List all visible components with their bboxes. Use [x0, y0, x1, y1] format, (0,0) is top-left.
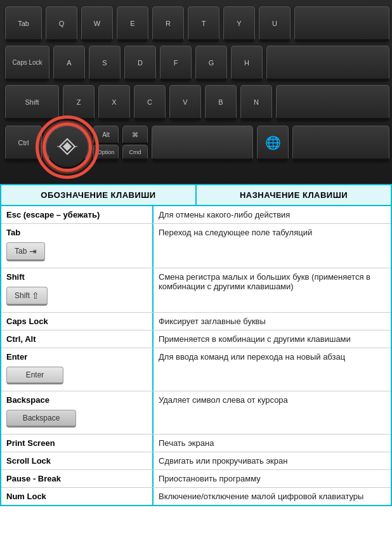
- table-row: Caps Lock Фиксирует заглавные буквы: [1, 313, 391, 330]
- key-name-cell: Print Screen: [1, 435, 154, 452]
- key-tab: Tab: [5, 6, 42, 41]
- key-desc-cell: Применяется в комбинации с другими клави…: [154, 330, 391, 348]
- key-y: Y: [223, 6, 255, 41]
- key-right-row4: [292, 126, 389, 160]
- key-space: [152, 126, 253, 160]
- backspace-key-image: Backspace: [6, 410, 76, 428]
- table-row: Ctrl, Alt Применяется в комбинации с дру…: [1, 330, 391, 348]
- key-desc-cell: Включение/отключение малой цифровой клав…: [154, 488, 391, 505]
- key-name-cell: Backspace Backspace: [1, 391, 154, 434]
- table-row: Enter Enter Для ввода команд или переход…: [1, 348, 391, 391]
- key-desc-cell: Для отмены какого-либо действия: [154, 206, 391, 223]
- key-right-row2: [266, 46, 389, 81]
- key-name-cell: Shift Shift ⇧: [1, 268, 154, 312]
- key-z: Z: [63, 85, 95, 120]
- key-b: B: [205, 85, 237, 120]
- key-x: X: [98, 85, 130, 120]
- header-key-name: ОБОЗНАЧЕНИЕ КЛАВИШИ: [1, 185, 197, 205]
- tab-key-image: Tab ⇥: [6, 242, 45, 261]
- table-row: Pause - Break Приостановить программу: [1, 470, 391, 488]
- key-ctrl: Ctrl: [5, 126, 42, 160]
- key-right-row1: [294, 6, 389, 41]
- key-name-cell: Esc (escape – убежать): [1, 206, 154, 223]
- key-c: C: [134, 85, 166, 120]
- header-key-purpose: НАЗНАЧЕНИЕ КЛАВИШИ: [197, 185, 391, 205]
- key-name-cell: Enter Enter: [1, 348, 154, 391]
- key-opt-label: Option: [93, 145, 119, 160]
- table-row: Esc (escape – убежать) Для отмены какого…: [1, 206, 391, 224]
- key-alt: Alt: [93, 126, 119, 145]
- table-header: ОБОЗНАЧЕНИЕ КЛАВИШИ НАЗНАЧЕНИЕ КЛАВИШИ: [1, 185, 391, 206]
- table-row: Scroll Lock Сдвигать или прокручивать эк…: [1, 452, 391, 470]
- key-name-cell: Num Lock: [1, 488, 154, 505]
- key-desc-cell: Переход на следующее поле табуляций: [154, 224, 391, 268]
- key-desc-cell: Смена регистра малых и больших букв (при…: [154, 268, 391, 312]
- key-w: W: [81, 6, 113, 41]
- key-d: D: [124, 46, 156, 81]
- key-cmd-symbol: ⌘: [122, 126, 148, 145]
- keyboard-reference-table: ОБОЗНАЧЕНИЕ КЛАВИШИ НАЗНАЧЕНИЕ КЛАВИШИ E…: [0, 184, 392, 506]
- table-row: Backspace Backspace Удаляет символ слева…: [1, 391, 391, 435]
- key-globe: 🌐: [257, 126, 289, 160]
- shift-key-image: Shift ⇧: [6, 287, 48, 306]
- table-row: Print Screen Печать экрана: [1, 435, 391, 452]
- key-desc-cell: Фиксирует заглавные буквы: [154, 313, 391, 330]
- key-caps-lock: Caps Lock: [5, 46, 49, 81]
- key-q: Q: [46, 6, 77, 41]
- key-e: E: [117, 6, 148, 41]
- key-r: R: [152, 6, 184, 41]
- key-name-cell: Pause - Break: [1, 470, 154, 487]
- key-f: F: [160, 46, 192, 81]
- key-name-cell: Scroll Lock: [1, 452, 154, 469]
- key-u: U: [259, 6, 291, 41]
- table-row: Shift Shift ⇧ Смена регистра малых и бол…: [1, 268, 391, 313]
- key-option-highlighted: [46, 126, 89, 169]
- option-key-icon: [57, 136, 77, 157]
- key-name-cell: Tab Tab ⇥: [1, 224, 154, 268]
- enter-key-image: Enter: [6, 367, 63, 384]
- key-desc-cell: Сдвигать или прокручивать экран: [154, 452, 391, 469]
- key-desc-cell: Печать экрана: [154, 435, 391, 452]
- key-h: H: [231, 46, 263, 81]
- keyboard-image: Tab Q W E R T Y U Caps Lock A S D F G H: [0, 0, 392, 184]
- key-name-cell: Caps Lock: [1, 313, 154, 330]
- key-desc-cell: Приостановить программу: [154, 470, 391, 487]
- svg-marker-1: [63, 142, 72, 151]
- table-row: Tab Tab ⇥ Переход на следующее поле табу…: [1, 224, 391, 268]
- key-name-cell: Ctrl, Alt: [1, 330, 154, 348]
- table-row: Num Lock Включение/отключение малой цифр…: [1, 488, 391, 505]
- key-cmd: Cmd: [122, 145, 148, 160]
- key-a: A: [53, 46, 85, 81]
- key-shift: Shift: [5, 85, 59, 120]
- key-right-row3: [276, 85, 389, 120]
- key-desc-cell: Для ввода команд или перехода на новый а…: [154, 348, 391, 391]
- key-g: G: [195, 46, 227, 81]
- key-n: N: [240, 85, 272, 120]
- key-desc-cell: Удаляет символ слева от курсора: [154, 391, 391, 434]
- key-t: T: [188, 6, 219, 41]
- key-s: S: [89, 46, 121, 81]
- key-v: V: [169, 85, 201, 120]
